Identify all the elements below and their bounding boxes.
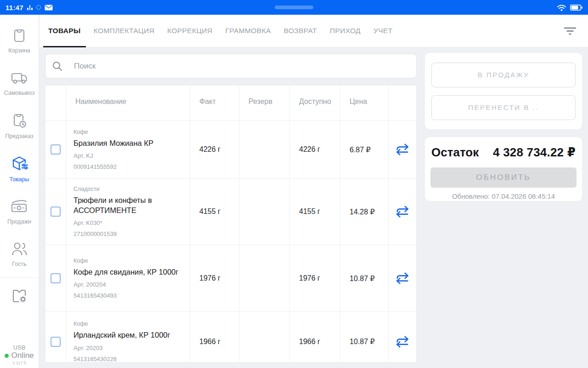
product-barcode: 0009141555592 [74,163,117,170]
filter-icon [563,25,577,37]
signal-icon [27,5,33,10]
product-category: Сладости [74,186,99,192]
sidebar-item-pickup[interactable]: Самовывоз [0,69,39,96]
row-checkbox[interactable] [51,273,61,283]
truck-icon [10,69,29,87]
fact-value: 1966 г [190,312,239,362]
product-sku: Арт. 20203 [74,345,103,351]
transfer-to-button[interactable]: ПЕРЕНЕСТИ В .. [431,95,576,120]
header-name: Наименование [66,86,190,121]
filter-button[interactable] [561,22,579,40]
tab-return[interactable]: ВОЗВРАТ [280,15,321,47]
product-sku: Арт. K030* [74,219,102,226]
connection-state: Online [11,351,34,360]
banknote-icon [10,197,29,216]
price-value: 10.87 ₽ [340,312,388,362]
tab-accounting[interactable]: УЧЕТ [370,15,396,47]
bag-clock-icon [10,111,28,130]
search-bar [45,54,417,78]
price-value: 14.28 ₽ [340,178,388,245]
refresh-button[interactable]: ОБНОВИТЬ [430,167,577,188]
table-row[interactable]: Сладости Трюфели и конфеты в АССОРТИМЕНТ… [45,178,416,245]
transfer-arrows-icon [394,335,411,349]
row-checkbox[interactable] [51,207,61,217]
product-sku: Арт. KJ [74,152,93,159]
table-row[interactable]: Кофе Кофе для свидания, КР 1000г Арт. 20… [45,245,416,312]
sidebar-item-guest[interactable]: Гость [0,240,39,267]
updated-timestamp: Обновлено: 07.04.2026 08:45:14 [430,192,577,200]
table-header: Наименование Факт Резерв Доступно Цена [45,86,416,121]
transfer-button[interactable] [388,312,416,362]
tab-correction[interactable]: КОРРЕКЦИЯ [164,15,216,47]
header-fact: Факт [190,86,239,121]
row-checkbox[interactable] [51,337,61,347]
shopping-bag-icon [10,25,28,45]
product-barcode: 5413165430226 [74,356,117,362]
reserve-value [239,245,289,311]
sidebar-item-products[interactable]: Товары [0,154,39,183]
wifi-icon [557,4,566,12]
available-value: 1966 г [289,312,340,362]
fact-value: 4226 г [190,121,239,178]
search-input[interactable] [74,62,416,71]
available-value: 4155 г [289,178,340,245]
header-reserve: Резерв [239,86,289,121]
sidebar-label: Предзаказ [6,133,34,139]
sidebar-label: Гость [12,261,26,267]
balance-label: Остаток [431,145,479,160]
clock: 11:47 [6,4,23,12]
product-category: Кофе [74,321,88,327]
reserve-value [239,121,289,178]
connection-type: USB [5,344,34,351]
transfer-arrows-icon [394,271,411,285]
product-name: Трюфели и конфеты в АССОРТИМЕНТЕ [74,196,183,216]
sidebar-item-preorder[interactable]: Предзаказ [0,111,39,139]
app-version: 1.117.5 [5,361,34,365]
transfer-arrows-icon [394,143,411,156]
header-price: Цена [340,86,388,121]
top-bar: ТОВАРЫ КОМПЛЕКТАЦИЯ КОРРЕКЦИЯ ГРАММОВКА … [40,15,588,47]
battery-icon [570,5,582,11]
sidebar-item-settings[interactable] [0,287,39,305]
header-actions-col [388,86,416,121]
table-row[interactable]: Кофе Ирландский крем, КР 1000г Арт. 2020… [45,312,416,362]
transfer-button[interactable] [388,245,416,311]
search-icon [52,61,63,72]
tab-bundling[interactable]: КОМПЛЕКТАЦИЯ [90,15,158,47]
status-bar: 11:47 [0,0,588,15]
transfer-button[interactable] [388,121,416,178]
connection-status: USB Online 1.117.5 [5,344,34,368]
product-barcode: 2710000001539 [74,230,117,237]
tab-weighing[interactable]: ГРАММОВКА [221,15,274,47]
product-category: Кофе [74,258,88,264]
table-row[interactable]: Кофе Бразилия Можиана КР Арт. KJ 0009141… [45,121,416,178]
tab-products[interactable]: ТОВАРЫ [45,15,85,47]
row-checkbox[interactable] [51,144,61,155]
sidebar-label: Самовывоз [4,90,34,96]
camera-notch [275,6,313,9]
transfer-button[interactable] [388,178,416,245]
product-sku: Арт. 200204 [74,281,106,288]
online-dot-icon [5,354,9,358]
product-name: Бразилия Можиана КР [74,138,153,149]
tab-arrival[interactable]: ПРИХОД [326,15,364,47]
to-sale-button[interactable]: В ПРОДАЖУ [431,63,576,87]
sidebar-label: Товары [10,176,29,183]
fact-value: 4155 г [190,178,239,245]
product-name: Ирландский крем, КР 1000г [74,330,170,340]
price-value: 6.87 ₽ [340,121,388,178]
transfer-arrows-icon [394,205,411,218]
balance-panel: Остаток 4 328 734.22 ₽ ОБНОВИТЬ Обновлен… [424,137,582,201]
sidebar-divider [0,277,39,278]
catalog-settings-icon [10,287,28,305]
header-available: Доступно [289,86,340,121]
sidebar-item-sales[interactable]: Продажи [0,197,39,225]
sidebar-label: Продажи [7,218,31,225]
cube-settings-icon [10,154,29,173]
reserve-value [239,312,289,362]
sidebar-item-cart[interactable]: Корзина [0,25,39,54]
bulk-actions-panel: В ПРОДАЖУ ПЕРЕНЕСТИ В .. [424,52,582,130]
available-value: 4226 г [289,121,340,178]
products-table: Наименование Факт Резерв Доступно Цена К… [45,85,417,362]
sidebar: Корзина Самовывоз Предзаказ [0,15,39,368]
